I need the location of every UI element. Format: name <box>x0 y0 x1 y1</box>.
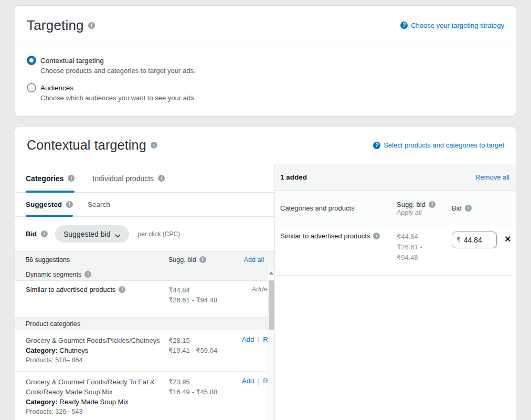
individual-products-tab-info-icon[interactable]: i <box>158 175 165 182</box>
add-all-button[interactable]: Add all <box>242 256 270 264</box>
radio-selected-icon[interactable] <box>27 56 36 65</box>
select-products-categories-label: Select products and categories to target <box>384 141 504 149</box>
category-bid-values: ₹28.15 ₹19.41 - ₹59.04 <box>168 335 242 365</box>
suggestions-count: 56 suggestions <box>26 256 168 264</box>
remove-all-button[interactable]: Remove all <box>475 173 509 181</box>
suggestion-row-similar-products: Similar to advertised products i ₹44.84 … <box>15 281 274 318</box>
choose-targeting-strategy-label: Choose your targeting strategy <box>411 22 504 29</box>
targeting-options: Contextual targeting Choose products and… <box>15 45 516 102</box>
add-button[interactable]: Add <box>242 335 254 343</box>
audiences-label: Audiences <box>40 84 73 92</box>
sugg-bid-header-label: Sugg. bid <box>397 201 426 208</box>
added-panel-header: 1 added Remove all <box>275 164 516 191</box>
column-categories-and-products: Categories and products <box>280 204 397 212</box>
subtab-suggested-label: Suggested <box>26 201 62 208</box>
option-contextual-targeting: Contextual targeting Choose products and… <box>27 56 504 75</box>
targeting-info-icon[interactable]: i <box>88 22 95 29</box>
bid-label: Bid <box>26 230 37 238</box>
suggestion-info-icon[interactable]: i <box>119 286 125 293</box>
added-row-similar-products: Similar to advertised products i ₹44.84 … <box>275 226 516 276</box>
scroll-up-arrow-icon[interactable] <box>269 271 273 275</box>
suggestions-panel: Categories i Individual products i Sugge… <box>15 164 275 420</box>
category-line: Category: Chutneys <box>26 346 88 354</box>
products-range: Products: 326– 543 <box>26 408 82 415</box>
contextual-targeting-card: Contextual targeting i ? Select products… <box>15 126 516 420</box>
category-row-soup-mix: Grocery & Gourmet Foods/Ready To Eat & C… <box>15 371 274 420</box>
product-categories-section-header: Product categories <box>15 318 274 330</box>
suggestions-list-header: 56 suggestions Sugg. bid i Add all <box>15 251 274 268</box>
category-label: Category: <box>26 398 58 406</box>
select-products-categories-link[interactable]: ? Select products and categories to targ… <box>373 141 504 149</box>
contextual-card-header: Contextual targeting i ? Select products… <box>15 127 516 164</box>
product-categories-label: Product categories <box>26 320 80 328</box>
chevron-down-icon <box>115 233 121 236</box>
sugg-bid-column-label: Sugg. bid <box>168 256 196 264</box>
contextual-title: Contextual targeting i <box>27 138 157 153</box>
currency-symbol: ₹ <box>456 236 461 244</box>
suggestion-bid-range: ₹26.61 - ₹94.48 <box>168 296 217 304</box>
category-row-chutneys: Grocery & Gourmet Foods/Pickles/Chutneys… <box>15 330 274 371</box>
added-table-header: Categories and products Sugg. bid i Appl… <box>275 191 516 226</box>
bid-type-value: Suggested bid <box>63 230 111 238</box>
audiences-radio[interactable]: Audiences <box>27 83 504 92</box>
category-sugg-bid: ₹28.15 <box>168 337 190 344</box>
category-value: Chutneys <box>58 346 89 354</box>
tab-categories[interactable]: Categories i <box>26 164 75 192</box>
contextual-info-icon[interactable]: i <box>151 142 157 149</box>
help-icon: ? <box>373 142 380 149</box>
category-bid-values: ₹23.95 ₹16.49 - ₹45.88 <box>168 377 242 416</box>
action-divider <box>258 337 259 343</box>
category-value: Ready Made Soup Mix <box>58 398 129 406</box>
bid-info-icon[interactable]: i <box>41 230 48 237</box>
sugg-bid-column-header: Sugg. bid i <box>168 256 242 264</box>
targeting-title-text: Targeting <box>27 17 84 34</box>
dynamic-segments-info-icon[interactable]: i <box>84 271 91 278</box>
sub-tabbar: Suggested i Search <box>15 193 274 217</box>
main-tabbar: Categories i Individual products i <box>15 164 274 193</box>
radio-unselected-icon[interactable] <box>27 83 36 92</box>
suggestion-name: Similar to advertised products i <box>26 285 168 313</box>
suggested-subtab-info-icon[interactable]: i <box>66 201 73 208</box>
scrollbar-thumb[interactable] <box>269 280 274 330</box>
added-range-low: ₹26.61 - <box>397 243 422 251</box>
contextual-targeting-radio[interactable]: Contextual targeting <box>27 56 504 65</box>
tab-individual-products[interactable]: Individual products i <box>92 164 165 192</box>
tab-categories-label: Categories <box>26 174 63 183</box>
categories-tab-info-icon[interactable]: i <box>68 175 75 182</box>
bid-header-info-icon[interactable]: i <box>465 205 472 212</box>
bid-input[interactable] <box>464 236 492 244</box>
action-divider <box>258 379 259 385</box>
bid-suffix: per click (CPC) <box>137 230 180 238</box>
help-icon: ? <box>400 22 408 29</box>
added-item-name-text: Similar to advertised products <box>280 232 370 241</box>
sugg-bid-header-info-icon[interactable]: i <box>429 201 436 208</box>
category-bid-range: ₹16.49 - ₹45.88 <box>168 388 217 396</box>
audiences-description: Choose which audiences you want to see y… <box>40 94 504 102</box>
targeting-title: Targeting i <box>27 17 95 34</box>
added-item-sugg-bid: ₹44.84 ₹26.61 - ₹94.48 <box>397 232 452 276</box>
added-range-high: ₹94.48 <box>397 254 418 261</box>
tab-individual-products-label: Individual products <box>92 174 154 183</box>
subtab-search[interactable]: Search <box>88 193 110 216</box>
category-label: Category: <box>26 346 58 354</box>
subtab-suggested[interactable]: Suggested i <box>26 193 73 216</box>
suggestion-name-text: Similar to advertised products <box>26 285 115 295</box>
contextual-body: Categories i Individual products i Sugge… <box>15 164 516 420</box>
category-details: Grocery & Gourmet Foods/Pickles/Chutneys… <box>26 335 168 365</box>
suggestion-bid-values: ₹44.84 ₹26.61 - ₹94.48 <box>168 285 242 313</box>
remove-item-button[interactable]: ✕ <box>504 235 511 244</box>
added-count: 1 added <box>280 173 307 181</box>
contextual-title-text: Contextual targeting <box>27 138 146 153</box>
added-item-name: Similar to advertised products i <box>280 232 397 276</box>
sugg-bid-info-icon[interactable]: i <box>199 256 206 263</box>
bid-input-container: ₹ <box>452 232 497 248</box>
list-scrollbar[interactable] <box>268 268 274 420</box>
choose-targeting-strategy-link[interactable]: ? Choose your targeting strategy <box>400 22 504 29</box>
apply-all-link[interactable]: Apply all <box>397 209 421 216</box>
bid-type-dropdown[interactable]: Suggested bid <box>55 225 130 243</box>
added-item-info-icon[interactable]: i <box>373 233 380 239</box>
dynamic-segments-label: Dynamic segments <box>26 271 81 278</box>
add-button[interactable]: Add <box>242 377 254 385</box>
added-item-bid-cell: ₹ ✕ <box>452 232 516 276</box>
targeting-card: Targeting i ? Choose your targeting stra… <box>15 5 516 117</box>
